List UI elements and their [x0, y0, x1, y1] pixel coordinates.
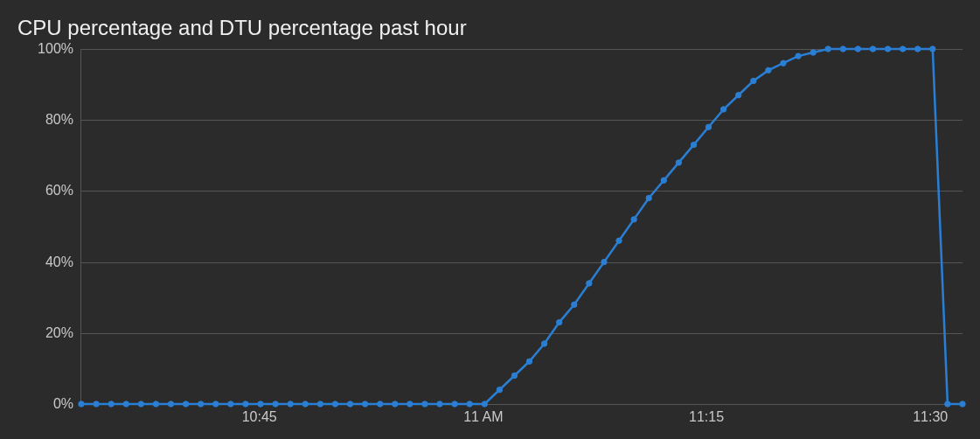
- series-point[interactable]: [840, 46, 845, 52]
- x-tick-label: 11 AM: [463, 409, 503, 425]
- series-point[interactable]: [676, 160, 681, 165]
- series-point[interactable]: [736, 93, 741, 98]
- chart-area: 0%20%40%60%80%100% 10:4511 AM11:1511:30: [17, 49, 963, 430]
- series-point[interactable]: [497, 387, 502, 393]
- x-tick-label: 10:45: [242, 409, 277, 425]
- x-tick-label: 11:30: [913, 409, 948, 425]
- series-point[interactable]: [885, 46, 890, 52]
- series-point[interactable]: [557, 319, 562, 324]
- series-point[interactable]: [751, 78, 756, 83]
- x-tick-label: 11:15: [689, 409, 724, 425]
- chart-panel: CPU percentage and DTU percentage past h…: [0, 0, 980, 439]
- series-line: [81, 49, 963, 404]
- y-tick-label: 100%: [38, 41, 73, 57]
- series-point[interactable]: [870, 46, 875, 52]
- y-tick-label: 40%: [45, 254, 73, 270]
- series-point[interactable]: [705, 124, 711, 129]
- x-axis: 10:4511 AM11:1511:30: [80, 404, 945, 430]
- series-point[interactable]: [646, 195, 651, 200]
- y-tick-label: 80%: [45, 112, 73, 128]
- series-point[interactable]: [511, 373, 517, 378]
- series-point[interactable]: [616, 238, 622, 243]
- y-tick-label: 0%: [53, 396, 73, 412]
- line-series-svg: [81, 49, 963, 404]
- series-point[interactable]: [855, 46, 860, 52]
- series-point[interactable]: [825, 46, 831, 52]
- y-tick-label: 20%: [45, 325, 73, 341]
- y-tick-label: 60%: [45, 183, 73, 199]
- series-point[interactable]: [572, 302, 577, 307]
- series-point[interactable]: [587, 281, 592, 286]
- series-point[interactable]: [930, 46, 935, 52]
- chart-title: CPU percentage and DTU percentage past h…: [17, 16, 963, 40]
- series-point[interactable]: [541, 341, 546, 346]
- series-point[interactable]: [796, 53, 801, 59]
- series-point[interactable]: [810, 50, 816, 55]
- series-point[interactable]: [601, 259, 607, 264]
- series-point[interactable]: [781, 60, 786, 66]
- y-axis: 0%20%40%60%80%100%: [17, 49, 80, 404]
- series-point[interactable]: [691, 142, 696, 147]
- series-point[interactable]: [945, 401, 950, 407]
- series-point[interactable]: [766, 67, 771, 73]
- series-point[interactable]: [960, 401, 965, 407]
- series-point[interactable]: [720, 107, 726, 112]
- series-point[interactable]: [900, 46, 905, 52]
- series-point[interactable]: [526, 359, 532, 364]
- series-point[interactable]: [631, 217, 636, 222]
- series-point[interactable]: [915, 46, 921, 52]
- plot-area[interactable]: [80, 49, 963, 404]
- series-point[interactable]: [661, 178, 666, 183]
